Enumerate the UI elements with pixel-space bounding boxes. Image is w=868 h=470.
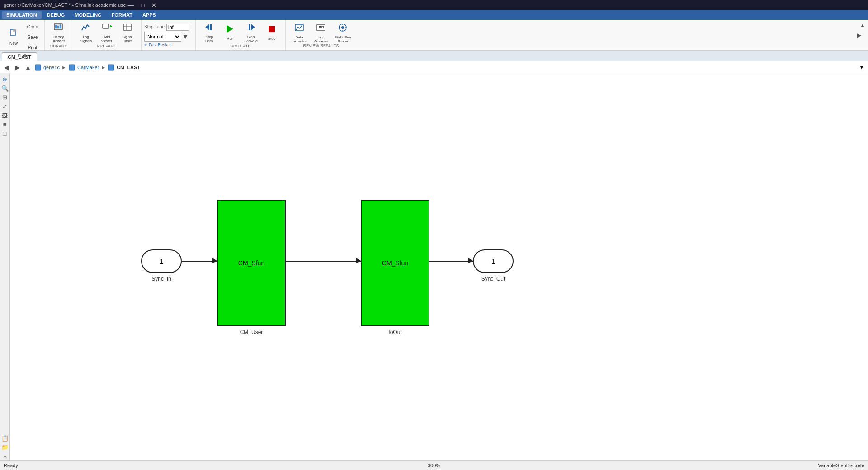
step-back-button[interactable]: StepBack — [199, 22, 219, 43]
svg-rect-5 — [60, 24, 61, 28]
simulate-buttons: StepBack Run StepForward — [199, 22, 282, 43]
signal-line-1 — [182, 261, 217, 262]
log-signals-button[interactable]: LogSignals — [76, 22, 96, 43]
svg-rect-28 — [108, 65, 114, 70]
sim-mode-chevron[interactable]: ▼ — [182, 33, 189, 40]
toolbar-prepare-section: LogSignals AddViewer — [72, 20, 142, 50]
sidebar-zoom-in-icon[interactable]: 🔍 — [1, 84, 9, 92]
fast-restart-label: Fast Restart — [149, 42, 171, 47]
close-button[interactable]: ✕ — [150, 2, 158, 9]
step-forward-button[interactable]: StepForward — [241, 22, 261, 43]
left-sidebar: ⊕ 🔍 ⊞ ⤢ 🖼 ≡ □ 📋 📁 » — [0, 73, 10, 460]
file-section-label: FILE — [18, 53, 26, 59]
birds-eye-scope-button[interactable]: Bird's-EyeScope — [333, 23, 353, 43]
solver-info: VariableStepDiscrete — [577, 463, 864, 468]
tab-bar: CM_LAST — [0, 51, 868, 61]
sidebar-image-icon[interactable]: 🖼 — [1, 111, 9, 119]
fast-restart-button[interactable]: ↩ Fast Restart — [144, 42, 193, 47]
carmaker-icon — [68, 64, 75, 71]
title-text: generic/CarMaker/CM_LAST * - Simulink ac… — [4, 2, 126, 8]
sidebar-bottom-icon1[interactable]: 📋 — [1, 434, 9, 442]
zoom-level: 300% — [291, 463, 578, 468]
sidebar-box-icon[interactable]: □ — [1, 129, 9, 137]
sidebar-route-icon[interactable]: ⤢ — [1, 102, 9, 110]
review-top-buttons: DataInspector Logic Analyzer — [289, 23, 353, 43]
svg-rect-16 — [249, 24, 250, 30]
run-button[interactable]: Run — [220, 22, 240, 43]
sim-mode-row: Normal Accelerator ▼ — [144, 32, 193, 42]
toolbar-simulate-section: StepBack Run StepForward — [196, 20, 286, 50]
simulate-section-label: SIMULATE — [231, 44, 250, 49]
svg-rect-26 — [35, 65, 41, 70]
cmlast-icon — [108, 64, 115, 71]
review-expand-button[interactable]: ▶ — [857, 32, 864, 38]
nav-right-button[interactable]: ▼ — [857, 63, 866, 72]
stop-time-row: Stop Time — [144, 24, 193, 31]
menu-simulation[interactable]: SIMULATION — [2, 11, 42, 19]
menu-format[interactable]: FORMAT — [107, 11, 137, 19]
main-area: ⊕ 🔍 ⊞ ⤢ 🖼 ≡ □ 📋 📁 » 1 Sync_In CM_Sfun CM… — [0, 73, 868, 460]
print-button[interactable]: Print — [24, 42, 41, 52]
data-inspector-button[interactable]: DataInspector — [289, 23, 309, 43]
sync-out-block[interactable]: 1 — [473, 249, 514, 273]
svg-point-21 — [341, 26, 344, 29]
maximize-button[interactable]: □ — [139, 2, 146, 9]
nav-forward-button[interactable]: ▶ — [13, 63, 22, 72]
stop-button[interactable]: Stop — [262, 22, 282, 43]
signal-line-2 — [286, 261, 361, 262]
open-button[interactable]: Open — [24, 22, 41, 32]
menu-modeling[interactable]: MODELING — [70, 11, 106, 19]
menu-debug[interactable]: DEBUG — [42, 11, 70, 19]
svg-marker-15 — [251, 24, 255, 30]
toolbar-file-section: New Open Save Print FILE — [0, 20, 45, 50]
step-back-icon — [204, 22, 214, 34]
svg-rect-19 — [317, 24, 325, 31]
library-browser-button[interactable]: LibraryBrowser — [48, 22, 68, 43]
stop-icon — [267, 24, 277, 36]
nav-back-button[interactable]: ◀ — [2, 63, 11, 72]
breadcrumb: generic ► CarMaker ► CM_LAST — [34, 64, 140, 71]
new-button[interactable]: New — [4, 27, 24, 47]
breadcrumb-carmaker[interactable]: CarMaker — [77, 65, 99, 70]
sim-mode-select[interactable]: Normal Accelerator — [144, 32, 181, 42]
sidebar-select-icon[interactable]: ⊞ — [1, 93, 9, 101]
menu-bar: SIMULATION DEBUG MODELING FORMAT APPS — [0, 10, 868, 20]
step-forward-icon — [246, 22, 256, 34]
svg-marker-14 — [227, 25, 233, 33]
signal-line-3 — [429, 261, 473, 262]
prepare-section-label: PREPARE — [97, 44, 116, 49]
prepare-buttons: LogSignals AddViewer — [76, 22, 137, 43]
cm-user-label: CM_User — [217, 329, 286, 335]
signal-table-button[interactable]: SignalTable — [118, 22, 137, 43]
svg-rect-4 — [57, 26, 59, 28]
nav-bar: ◀ ▶ ▲ generic ► CarMaker ► CM_LAST ▼ — [0, 61, 868, 73]
sidebar-navigate-icon[interactable]: ⊕ — [1, 75, 9, 83]
sidebar-layers-icon[interactable]: ≡ — [1, 120, 9, 128]
signal-table-icon — [123, 22, 132, 34]
nav-up-button[interactable]: ▲ — [24, 63, 33, 72]
logic-analyzer-button[interactable]: Logic Analyzer — [311, 23, 331, 43]
simulink-canvas[interactable]: 1 Sync_In CM_Sfun CM_User CM_Sfun IoOut — [10, 73, 868, 460]
io-out-block[interactable]: CM_Sfun — [361, 200, 429, 326]
breadcrumb-generic[interactable]: generic — [43, 65, 60, 70]
svg-rect-27 — [69, 65, 75, 70]
stop-time-input[interactable] — [166, 24, 189, 31]
sidebar-double-chevron[interactable]: » — [1, 452, 9, 460]
sidebar-bottom-icon2[interactable]: 📁 — [1, 443, 9, 451]
review-buttons: DataInspector Logic Analyzer — [289, 21, 353, 49]
toolbar-collapse-button[interactable]: ▲ — [859, 22, 866, 29]
menu-apps[interactable]: APPS — [138, 11, 160, 19]
cm-user-block[interactable]: CM_Sfun — [217, 200, 286, 326]
toolbar: New Open Save Print FILE — [0, 20, 868, 51]
toolbar-review-section: DataInspector Logic Analyzer — [286, 20, 868, 50]
add-viewer-icon — [102, 22, 112, 34]
svg-rect-3 — [55, 25, 57, 28]
minimize-button[interactable]: — — [126, 2, 136, 9]
toolbar-library-section: LibraryBrowser LIBRARY — [45, 20, 72, 50]
sync-in-block[interactable]: 1 — [141, 249, 182, 273]
file-buttons: New Open Save Print — [4, 22, 41, 52]
svg-rect-6 — [103, 24, 109, 28]
io-out-label: IoOut — [361, 329, 429, 335]
add-viewer-button[interactable]: AddViewer — [97, 22, 117, 43]
save-button[interactable]: Save — [24, 32, 41, 42]
